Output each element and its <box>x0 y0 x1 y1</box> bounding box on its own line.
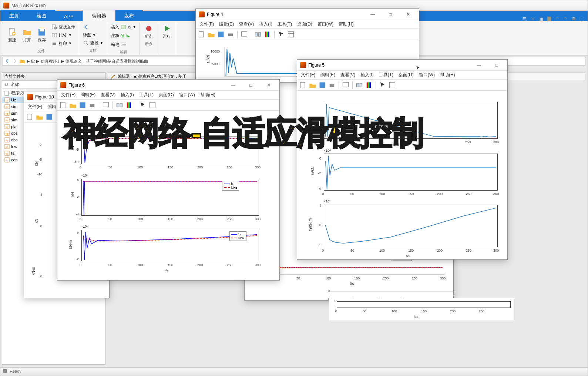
fig6-sub3-legend: f₃ NN₃ <box>229 231 246 241</box>
comment-button[interactable]: 注释 % ‰ <box>110 32 137 39</box>
run-icon <box>162 24 171 33</box>
svg-text:fx: fx <box>6 139 8 142</box>
new-fig-icon[interactable] <box>299 81 307 89</box>
print-button[interactable]: 打印▼ <box>50 40 77 47</box>
find-files-button[interactable]: 查找文件 <box>50 23 77 31</box>
new-button[interactable]: 新建 <box>6 26 19 44</box>
figure-5-window[interactable]: Figure 5 — □ 文件(F) 编辑(E) 查看(V) 插入(I) 工具(… <box>297 59 508 260</box>
prop-editor-icon[interactable] <box>149 101 156 109</box>
svg-text:fx: fx <box>6 105 8 109</box>
save-qat-icon[interactable] <box>522 16 528 22</box>
svg-rect-53 <box>288 31 294 37</box>
fig5-body: 250 300 ×10⁴ τ₂/kN 0 -2 -4 0 50 100 150 … <box>297 91 507 259</box>
svg-rect-56 <box>90 104 95 107</box>
svg-text:fx: fx <box>6 112 8 115</box>
svg-text:fx: fx <box>6 145 8 149</box>
pointer-icon[interactable] <box>278 31 285 38</box>
open-fig-icon[interactable] <box>36 113 43 121</box>
svg-text:fx: fx <box>6 132 8 135</box>
save-button[interactable]: 保存 <box>35 26 48 44</box>
new-fig-icon[interactable] <box>60 101 67 109</box>
figure-6-window[interactable]: Figure 6 — □ ✕ 文件(F) 编辑(E) 查看(V) 插入(I) 工… <box>57 79 280 281</box>
datatip-icon[interactable] <box>241 31 248 38</box>
minimize-button[interactable]: — <box>471 60 487 70</box>
prop-editor-icon[interactable] <box>389 81 396 89</box>
tab-plots[interactable]: 绘图 <box>28 10 55 21</box>
save-fig-icon[interactable] <box>217 31 225 38</box>
tab-apps[interactable]: APP <box>55 11 83 21</box>
fig4-titlebar[interactable]: Figure 4 — □ ✕ <box>196 9 419 20</box>
link-icon[interactable] <box>116 101 123 109</box>
open-fig-icon[interactable] <box>309 81 316 89</box>
svg-rect-52 <box>268 31 269 37</box>
datatip-icon[interactable] <box>342 81 349 89</box>
maximize-button[interactable]: □ <box>243 80 259 90</box>
svg-rect-65 <box>320 82 325 88</box>
goto-button[interactable]: 转至▼ <box>81 31 105 38</box>
tab-publish[interactable]: 发布 <box>115 10 143 21</box>
svg-rect-63 <box>150 102 155 108</box>
paste-icon[interactable] <box>546 16 552 22</box>
pointer-icon[interactable] <box>379 81 386 89</box>
undo-icon[interactable] <box>554 16 560 22</box>
colorbar-icon[interactable] <box>264 31 271 38</box>
save-icon <box>37 28 46 37</box>
fig6-body: kN 0 -5 -10 0 50 100 150 200 250 300 ×10… <box>57 111 279 280</box>
tab-home[interactable]: 主页 <box>0 10 28 21</box>
print-fig-icon[interactable] <box>328 81 336 89</box>
insert-button[interactable]: 插入 fx ▼ <box>110 23 137 31</box>
minimize-button[interactable]: — <box>225 80 241 90</box>
save-fig-icon[interactable] <box>46 113 53 121</box>
close-button[interactable]: ✕ <box>261 80 276 90</box>
colorbar-icon[interactable] <box>365 81 373 89</box>
save-fig-icon[interactable] <box>79 101 86 109</box>
nav-fwd-icon[interactable] <box>12 58 18 64</box>
svg-rect-21 <box>5 91 9 95</box>
close-button[interactable]: ✕ <box>400 9 416 20</box>
nav-back-icon[interactable] <box>4 58 10 64</box>
fig6-menu: 文件(F) 编辑(E) 查看(V) 插入(I) 工具(T) 桌面(D) 窗口(W… <box>57 91 279 100</box>
svg-point-20 <box>146 26 151 31</box>
link-icon[interactable] <box>356 81 363 89</box>
minimize-button[interactable]: — <box>365 9 380 20</box>
colorbar-icon[interactable] <box>125 101 133 109</box>
maximize-button[interactable]: □ <box>383 9 398 20</box>
print-qat-icon[interactable] <box>571 16 577 22</box>
open-fig-icon[interactable] <box>69 101 77 109</box>
maximize-button[interactable]: □ <box>489 60 504 70</box>
open-fig-icon[interactable] <box>208 31 215 38</box>
help-icon[interactable]: ? <box>579 16 585 22</box>
redo-icon[interactable] <box>562 16 568 22</box>
find-button[interactable]: 查找▼ <box>81 39 105 47</box>
print-fig-icon[interactable] <box>227 31 234 38</box>
link-icon[interactable] <box>254 31 262 38</box>
new-fig-icon[interactable] <box>26 113 34 121</box>
svg-rect-64 <box>300 82 305 88</box>
svg-text:fx: fx <box>6 119 8 122</box>
compare-button[interactable]: 比较▼ <box>50 31 77 39</box>
matlab-logo-icon <box>3 3 9 9</box>
print-fig-icon[interactable] <box>88 101 96 109</box>
run-button[interactable]: 运行 <box>160 23 174 41</box>
datatip-icon[interactable] <box>102 101 110 109</box>
svg-rect-45 <box>218 31 224 37</box>
fig5-titlebar[interactable]: Figure 5 — □ <box>297 60 507 71</box>
indent-button[interactable]: 缩进 <box>110 41 137 48</box>
new-fig-icon[interactable] <box>198 31 205 38</box>
fig5-sub3 <box>324 205 498 247</box>
svg-point-18 <box>84 41 87 44</box>
svg-text:fx: fx <box>6 152 8 155</box>
fig5-sub1 <box>324 102 498 139</box>
cut-icon[interactable] <box>530 16 536 22</box>
open-button[interactable]: 打开 <box>20 26 34 44</box>
copy-icon[interactable] <box>538 16 544 22</box>
breakpoint-button[interactable]: 断点 <box>142 23 155 41</box>
goback-button[interactable] <box>81 23 105 31</box>
save-fig-icon[interactable] <box>319 81 326 89</box>
fig6-titlebar[interactable]: Figure 6 — □ ✕ <box>57 80 279 91</box>
svg-text:fx: fx <box>6 99 8 102</box>
matlab-figlogo-icon <box>60 82 66 88</box>
prop-editor-icon[interactable] <box>287 31 295 38</box>
tab-editor[interactable]: 编辑器 <box>83 10 115 21</box>
pointer-icon[interactable] <box>139 101 147 109</box>
